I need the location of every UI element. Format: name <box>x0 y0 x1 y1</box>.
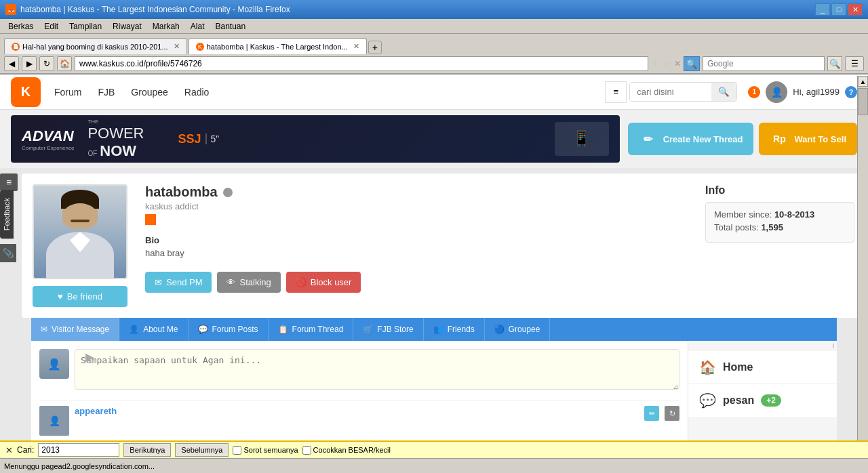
pencil-icon: ✏ <box>639 129 658 148</box>
site-search-input[interactable] <box>630 83 711 101</box>
feedback-tab[interactable]: Feedback <box>0 190 14 239</box>
username-text: hatabomba <box>145 184 218 200</box>
tab-2-close[interactable]: ✕ <box>353 42 359 51</box>
find-all-label: Sorot semuanya <box>243 446 298 449</box>
menu-tampilan[interactable]: Tampilan <box>65 21 106 32</box>
find-input[interactable] <box>38 443 119 449</box>
member-since-value: 10-8-2013 <box>774 209 814 220</box>
close-button[interactable]: ✕ <box>848 3 863 16</box>
user-area: 1 👤 Hi, agil1999 ? <box>748 81 857 103</box>
hamburger-menu[interactable]: ≡ <box>0 173 18 191</box>
sidebar-home-link[interactable]: 🏠 Home <box>688 351 837 384</box>
bookmark-star-icon[interactable]: ★ <box>651 58 660 69</box>
scroll-track-area[interactable] <box>858 115 868 445</box>
find-case-option[interactable]: Cocokkan BESAR/kecil <box>302 446 391 450</box>
find-all-option[interactable]: Sorot semuanya <box>233 446 298 450</box>
block-user-button[interactable]: 🚫 Block user <box>286 272 361 293</box>
tab-fjb-store[interactable]: 🛒 FJB Store <box>353 318 423 341</box>
create-thread-button[interactable]: ✏ Create New Thread <box>628 123 754 155</box>
create-thread-label: Create New Thread <box>663 134 743 144</box>
clip-icon[interactable]: 📎 <box>0 244 16 262</box>
bookmark-star2-icon[interactable]: ★ <box>663 58 671 69</box>
block-icon: 🚫 <box>296 277 307 287</box>
help-icon[interactable]: ? <box>845 86 857 98</box>
find-close-button[interactable]: ✕ <box>5 445 13 450</box>
notification-badge[interactable]: 1 <box>748 86 760 98</box>
nav-fjb[interactable]: FJB <box>98 87 115 98</box>
profile-tabs-area: ✉ Visitor Message 👤 About Me 💬 Forum Pos… <box>31 318 837 449</box>
minimize-button[interactable]: _ <box>815 3 830 16</box>
the-text: THE <box>87 119 144 125</box>
page-body: ≡ <box>0 168 868 318</box>
open-menu-button[interactable]: ☰ <box>845 56 864 71</box>
kaskus-logo[interactable]: K <box>11 77 41 107</box>
profile-rank: kaskus addict <box>145 201 694 211</box>
tab-forum-posts[interactable]: 💬 Forum Posts <box>189 318 269 341</box>
search-submit-button[interactable]: 🔍 <box>827 56 842 71</box>
tab-friends[interactable]: 👥 Friends <box>424 318 485 341</box>
new-tab-button[interactable]: + <box>368 41 382 54</box>
nav-forum[interactable]: Forum <box>54 87 81 98</box>
tab-1-close[interactable]: ✕ <box>174 42 180 51</box>
forward-button[interactable]: ▶ <box>22 56 37 71</box>
profile-name: hatabomba <box>145 184 694 200</box>
back-button[interactable]: ◀ <box>4 56 19 71</box>
forum-thread-tab-icon: 📋 <box>278 325 288 334</box>
visitor-entry-content: appeareth <box>75 406 639 436</box>
send-pm-button[interactable]: ✉ Send PM <box>145 272 212 293</box>
scrollbar[interactable]: ▲ ▼ <box>857 76 868 449</box>
tab-forum-thread[interactable]: 📋 Forum Thread <box>269 318 354 341</box>
visitor-edit-button[interactable]: ✏ <box>644 406 659 421</box>
tab-1-label: Hal-hal yang booming di kaskus 2010-201.… <box>22 43 168 51</box>
profile-header: ♥ Be friend hatabomba kaskus addict Bio … <box>33 184 854 307</box>
menu-alat[interactable]: Alat <box>186 21 209 32</box>
want-to-sell-label: Want To Sell <box>794 134 846 144</box>
find-all-checkbox[interactable] <box>233 446 241 450</box>
visitor-refresh-button[interactable]: ↻ <box>665 406 679 421</box>
bio-section: Bio haha bray <box>145 235 694 258</box>
visitor-message-textarea[interactable] <box>75 349 679 390</box>
tab-groupee[interactable]: 🔵 Groupee <box>485 318 551 341</box>
advan-brand: ADVAN <box>22 127 74 145</box>
scroll-thumb[interactable] <box>858 88 868 115</box>
be-friend-button[interactable]: ♥ Be friend <box>33 286 127 307</box>
visitor-entry-name[interactable]: appeareth <box>75 406 117 416</box>
stalking-button[interactable]: 👁 Stalking <box>217 272 280 293</box>
more-nav-button[interactable]: ≡ <box>605 81 627 103</box>
menu-berkas[interactable]: Berkas <box>4 21 37 32</box>
reload-button[interactable]: ↻ <box>39 56 54 71</box>
google-search-icon[interactable]: 🔍 <box>684 56 700 71</box>
groupee-tab-icon: 🔵 <box>494 325 505 334</box>
nav-groupee[interactable]: Groupee <box>131 87 167 98</box>
home-nav-button[interactable]: 🏠 <box>57 56 72 71</box>
sidebar-pesan-link[interactable]: 💬 pesan +2 <box>688 384 837 417</box>
home-sidebar-icon: 🏠 <box>699 359 716 375</box>
site-search-button[interactable]: 🔍 <box>711 83 736 101</box>
maximize-button[interactable]: □ <box>831 3 846 16</box>
profile-tabs: ✉ Visitor Message 👤 About Me 💬 Forum Pos… <box>31 318 837 341</box>
clear-url-button[interactable]: ✕ <box>674 59 681 68</box>
tab-2[interactable]: K hatabomba | Kaskus - The Largest Indon… <box>189 38 367 54</box>
tab-about-me[interactable]: 👤 About Me <box>119 318 188 341</box>
url-bar[interactable] <box>75 56 648 71</box>
find-next-button[interactable]: Berikutnya <box>123 443 171 449</box>
search-input[interactable] <box>703 56 825 71</box>
scroll-up-button[interactable]: ▲ <box>858 76 868 87</box>
member-since-label: Member since: <box>714 209 772 220</box>
find-prev-button[interactable]: Sebelumnya <box>175 443 229 449</box>
chat-sidebar-icon: 💬 <box>699 392 716 409</box>
tab-1[interactable]: 📄 Hal-hal yang booming di kaskus 2010-20… <box>4 38 187 54</box>
profile-card: ♥ Be friend hatabomba kaskus addict Bio … <box>22 173 865 318</box>
tab-visitor-message[interactable]: ✉ Visitor Message <box>31 318 119 341</box>
nav-radio[interactable]: Radio <box>184 87 210 98</box>
find-case-checkbox[interactable] <box>302 446 311 450</box>
banner-image[interactable]: ADVAN Computer Experience THE POWER OF N… <box>11 115 620 163</box>
menu-bantuan[interactable]: Bantuan <box>211 21 250 32</box>
user-avatar[interactable]: 👤 <box>766 81 787 103</box>
menu-edit[interactable]: Edit <box>40 21 62 32</box>
fjb-store-tab-icon: 🛒 <box>363 325 373 334</box>
want-to-sell-button[interactable]: Rp Want To Sell <box>759 123 857 155</box>
menu-riwayat[interactable]: Riwayat <box>108 21 146 32</box>
visitor-avatar: 👤 <box>39 349 69 379</box>
menu-markah[interactable]: Markah <box>149 21 184 32</box>
